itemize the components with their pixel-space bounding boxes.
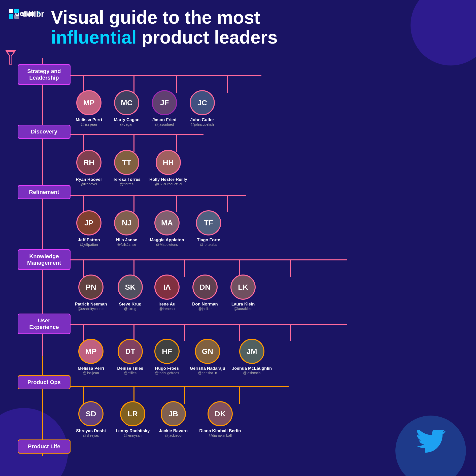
v-line-k5 [290,259,291,277]
person-holly-hester: HH Holly Hester-Reilly @H2RProductSci [148,150,188,186]
name-don: Don Norman [192,302,218,307]
avatar-nils: NJ [114,210,139,235]
person-jason-fried: JF Jason Fried @jasonfried [148,90,181,126]
name-melissa-ux: Melissa Perri [78,366,104,371]
v-line-d3 [176,134,177,152]
name-diana: Diana Kimball Berlin [199,428,241,433]
strategy-people: MP Melissa Perri @lissijean MC Marty Cag… [70,90,221,126]
h-line-strategy [70,75,261,76]
person-shreyas: SD Shreyas Doshi @shreyas [72,401,110,437]
avatar-hugo: HF [154,339,180,364]
name-shreyas: Shreyas Doshi [76,428,106,433]
handle-steve: @skrug [124,307,136,311]
avatar-jason: JF [152,90,177,115]
name-joshua: Joshua McLaughlin [232,366,272,371]
svg-rect-5 [14,14,19,19]
name-john: John Cutler [190,117,214,122]
h-line-refinement [70,195,246,196]
name-gerisha: Gerisha Nadaraju [190,366,225,371]
category-label-strategy: Strategy andLeadership [18,64,71,85]
handle-lenny: @lennysan [124,433,142,437]
delibr-logo-svg [8,8,20,20]
person-tiago-forte: TF Tiago Forte @fortelabs [191,210,226,247]
handle-tiago: @fortelabs [200,243,217,247]
avatar-maggie: MA [154,210,180,235]
name-jeff: Jeff Patton [78,237,100,243]
person-ryan-hoover: RH Ryan Hoover @rrhoover [73,150,105,186]
person-steve-krug: SK Steve Krug @skrug [114,275,147,311]
category-label-product-ops: Product Ops [18,375,71,389]
h-line-ops [70,386,289,387]
v-line-s4 [227,75,228,93]
title-line2: influential product leaders [51,27,461,47]
avatar-ryan: RH [76,150,101,175]
avatar-laura: LK [230,275,256,300]
title-block: Visual guide to the most influential pro… [51,8,461,47]
avatar-john: JC [190,90,215,115]
name-hugo: Hugo Froes [155,366,179,371]
category-label-knowledge: KnowledgeManagement [18,249,71,270]
person-diana: DK Diana Kimball Berlin @dianakimball [195,401,245,437]
avatar-denise: DT [118,339,143,364]
person-melissa-perri-s: MP Melissa Perri @lissijean [73,90,105,126]
avatar-gerisha: GN [195,339,220,364]
name-teresa: Teresa Torres [113,177,141,182]
person-nils-janse: NJ Nils Janse @NilsJanse [110,210,143,247]
h-line-ux [70,324,347,325]
v-line-r1 [83,195,84,212]
header: delibr ⊞ Visual guide to the most influe… [0,0,476,50]
avatar-jackie: JB [161,401,186,426]
knowledge-people: PN Patrick Neeman @usabilitycounts SK St… [70,275,261,311]
svg-rect-3 [14,9,19,13]
name-tiago: Tiago Forte [197,237,220,243]
person-teresa-torres: TT Teresa Torres @ttorres [110,150,143,186]
handle-holly: @H2RProductSci [154,182,182,186]
person-lenny: LR Lenny Rachitsky @lennysan [114,401,152,437]
v-line-r3 [176,195,177,212]
handle-ryan: @rrhoover [81,182,97,186]
person-jackie: JB Jackie Bavaro @jackiebo [156,401,191,437]
person-laura-klein: LK Laura Klein @lauraklein [227,275,259,311]
name-irene: Irene Au [158,302,175,307]
avatar-melissa-ux: MP [78,339,104,364]
handle-diana: @dianakimball [209,433,232,437]
name-denise: Denise Tilles [117,366,143,371]
name-laura: Laura Klein [231,302,255,307]
avatar-holly: HH [156,150,181,175]
person-don-norman: DN Don Norman @jnd1er [187,275,223,311]
title-line1: Visual guide to the most [51,8,461,27]
h-line-knowledge [70,259,347,260]
avatar-steve: SK [118,275,143,300]
delibr-logo-text: delibr [22,9,44,19]
person-jeff-patton: JP Jeff Patton @jeffpatton [73,210,105,247]
handle-melissa-s: @lissijean [81,122,97,126]
handle-hugo: @thehugofroes [155,371,179,375]
handle-irene: @ireneau [159,307,175,311]
person-john-cutler: JC John Cutler @johncutlefish [186,90,219,126]
handle-jason: @jasonfried [155,122,174,126]
person-patrick-neeman: PN Patrick Neeman @usabilitycounts [72,275,110,311]
avatar-don: DN [192,275,218,300]
handle-jeff: @jeffpatton [80,243,98,247]
avatar-jeff: JP [76,210,101,235]
v-line-u5 [290,324,291,341]
avatar-patrick: PN [78,275,104,300]
title-rest: product leaders [137,27,278,47]
category-label-product-life: Product Life [18,439,71,454]
v-line-r4 [227,195,228,212]
twitter-icon [416,430,446,456]
name-melissa-s: Melissa Perri [76,117,102,122]
handle-maggie: @Mappletons [156,243,178,247]
ops-people: SD Shreyas Doshi @shreyas LR Lenny Rachi… [70,401,247,437]
avatar-diana: DK [208,401,233,426]
name-lenny: Lenny Rachitsky [116,428,150,433]
handle-laura: @lauraklein [234,307,252,311]
avatar-teresa: TT [114,150,139,175]
handle-patrick: @usabilitycounts [78,307,104,311]
v-line-d1 [83,134,84,152]
delibr-logo-container: delibr [8,8,44,20]
handle-denise: @dtilles [124,371,137,375]
svg-marker-0 [6,50,16,64]
refinement-people: JP Jeff Patton @jeffpatton NJ Nils Janse… [70,210,229,247]
discovery-people: RH Ryan Hoover @rrhoover TT Teresa Torre… [70,150,191,186]
